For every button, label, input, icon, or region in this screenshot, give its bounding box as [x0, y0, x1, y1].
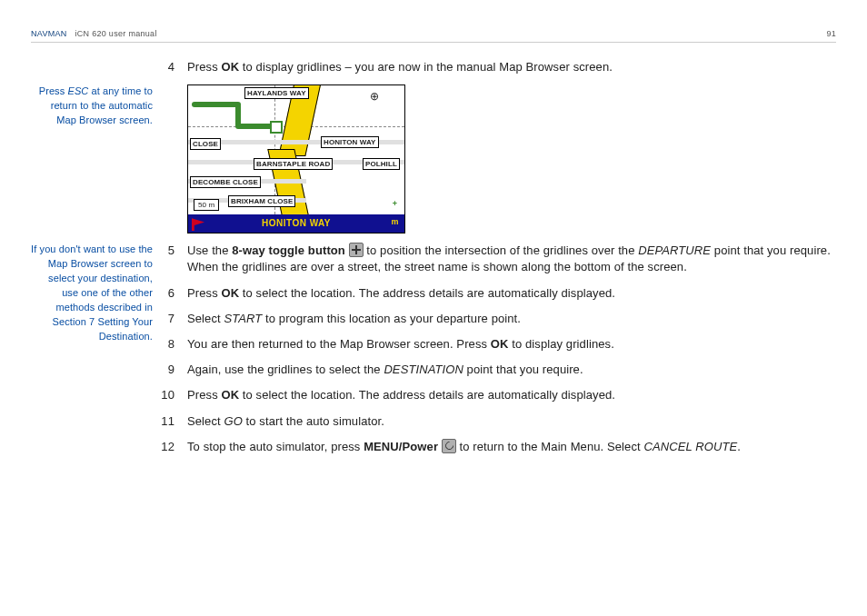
step-number: 5: [160, 243, 187, 275]
step-number: 10: [160, 387, 187, 403]
street-label: BARNSTAPLE ROAD: [254, 158, 333, 170]
step-text: Press OK to select the location. The add…: [187, 387, 836, 403]
compass-icon: ⊕: [370, 89, 379, 104]
street-label: HONITON WAY: [321, 136, 379, 148]
map-footer: HONITON WAY +m: [188, 214, 404, 233]
step-number: 7: [160, 311, 187, 327]
sidenote-alt: If you don't want to use the Map Browser…: [31, 243, 160, 344]
step-text: Select GO to start the auto simulator.: [187, 413, 836, 430]
page-number: 91: [826, 29, 836, 38]
doc-title: iCN 620 user manual: [75, 29, 156, 38]
step-text: You are then returned to the Map Browser…: [187, 336, 836, 353]
step-text: Use the 8-way toggle button to position …: [187, 243, 836, 275]
step-number: 9: [160, 362, 187, 378]
power-icon: [442, 439, 456, 453]
step-text: Press OK to display gridlines – you are …: [187, 59, 836, 75]
sidenote-esc: Press ESC at any time to return to the a…: [31, 84, 160, 128]
step-number: 6: [160, 285, 187, 302]
header-rule: [31, 42, 836, 43]
page-header: NAVMAN iCN 620 user manual 91: [31, 29, 836, 38]
zoom-indicator: +m: [391, 194, 399, 231]
street-label: BRIXHAM CLOSE: [228, 195, 295, 207]
step-text: Press OK to select the location. The add…: [187, 285, 836, 302]
street-label: HAYLANDS WAY: [244, 87, 309, 99]
step-number: 4: [160, 59, 187, 75]
step-number: 8: [160, 336, 187, 353]
step-number: 11: [160, 413, 187, 430]
step-text: To stop the auto simulator, press MENU/P…: [187, 439, 836, 455]
toggle-icon: [349, 243, 364, 257]
street-label: CLOSE: [190, 138, 221, 150]
step-number: 12: [160, 439, 187, 455]
map-scale: 50 m: [194, 199, 219, 211]
flag-icon: [192, 218, 204, 231]
map-browser-screenshot: HAYLANDS WAY ⊕ HONITON WAY CLOSE BARNSTA…: [187, 84, 405, 233]
brand: NAVMAN: [31, 29, 67, 38]
content: 4 Press OK to display gridlines – you ar…: [31, 59, 836, 464]
street-label: POLHILL: [363, 158, 400, 170]
street-label: DECOMBE CLOSE: [190, 176, 261, 188]
step-text: Again, use the gridlines to select the D…: [187, 362, 836, 378]
step-text: Select START to program this location as…: [187, 311, 836, 327]
